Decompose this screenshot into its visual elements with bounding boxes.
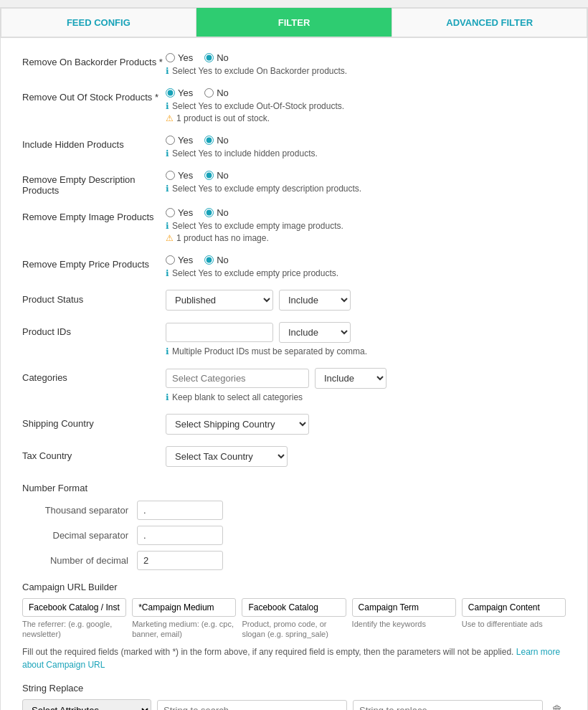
tax-country-label: Tax Country bbox=[22, 446, 166, 461]
product-ids-label: Product IDs bbox=[22, 322, 166, 337]
shipping-country-label: Shipping Country bbox=[22, 414, 166, 429]
remove-backorder-row: Remove On Backorder Products * Yes No ℹ … bbox=[22, 52, 566, 76]
remove-empty-price-no-label[interactable]: No bbox=[204, 255, 229, 265]
include-hidden-no-label[interactable]: No bbox=[204, 135, 229, 146]
campaign-term-hint: Identify the keywords bbox=[352, 619, 456, 629]
remove-empty-desc-label: Remove Empty Description Products bbox=[22, 170, 166, 196]
tab-advanced-filter[interactable]: ADVANCED FILTER bbox=[392, 8, 587, 37]
remove-backorder-control: Yes No ℹ Select Yes to exclude On Backor… bbox=[166, 52, 566, 76]
include-hidden-info: ℹ Select Yes to include hidden products. bbox=[166, 148, 566, 158]
remove-backorder-no-radio[interactable] bbox=[204, 53, 214, 62]
info-icon-8: ℹ bbox=[166, 392, 169, 402]
shipping-country-row: Shipping Country Select Shipping Country bbox=[22, 414, 566, 435]
product-ids-input[interactable] bbox=[166, 323, 273, 342]
product-status-select[interactable]: Published Draft Private bbox=[166, 290, 273, 311]
tab-filter[interactable]: FILTER bbox=[196, 8, 392, 37]
remove-empty-image-control: Yes No ℹ Select Yes to exclude empty ima… bbox=[166, 207, 566, 243]
string-replace-attributes-select[interactable]: Select Attributes bbox=[22, 699, 151, 710]
remove-backorder-yes-radio[interactable] bbox=[166, 53, 175, 62]
product-ids-control: Include Exclude ℹ Multiple Product IDs m… bbox=[166, 322, 566, 356]
remove-out-of-stock-row: Remove Out Of Stock Products * Yes No ℹ … bbox=[22, 87, 566, 123]
info-icon-2: ℹ bbox=[166, 101, 169, 111]
campaign-url-title: Campaign URL Builder bbox=[22, 582, 566, 592]
string-replace-title: String Replace bbox=[22, 683, 566, 694]
remove-out-of-stock-control: Yes No ℹ Select Yes to exclude Out-Of-St… bbox=[166, 87, 566, 123]
categories-info: ℹ Keep blank to select all categories bbox=[166, 392, 566, 402]
categories-filter-row: Include Exclude bbox=[166, 368, 566, 389]
number-format-title: Number Format bbox=[22, 478, 166, 493]
campaign-name-input[interactable] bbox=[242, 598, 346, 617]
info-icon-6: ℹ bbox=[166, 268, 169, 278]
remove-backorder-no-label[interactable]: No bbox=[204, 52, 229, 63]
tax-country-control: Select Tax Country bbox=[166, 446, 566, 467]
remove-out-of-stock-warning: ⚠ 1 product is out of stock. bbox=[166, 113, 566, 123]
string-replace-section: String Replace Select Attributes 🗑 Add N… bbox=[22, 683, 566, 710]
decimal-separator-input[interactable] bbox=[137, 526, 223, 545]
number-of-decimal-input[interactable] bbox=[137, 551, 223, 570]
remove-empty-price-radio-group: Yes No bbox=[166, 255, 566, 265]
string-to-replace-input[interactable] bbox=[353, 700, 543, 710]
thousand-separator-row: Thousand separator bbox=[22, 501, 566, 520]
remove-empty-image-label: Remove Empty Image Products bbox=[22, 207, 166, 222]
include-hidden-label: Include Hidden Products bbox=[22, 135, 166, 150]
info-icon: ℹ bbox=[166, 66, 169, 76]
remove-empty-image-yes-radio[interactable] bbox=[166, 208, 175, 217]
campaign-source-input[interactable] bbox=[22, 598, 126, 617]
campaign-content-input[interactable] bbox=[462, 598, 566, 617]
remove-empty-desc-radio-group: Yes No bbox=[166, 170, 566, 181]
thousand-separator-label: Thousand separator bbox=[22, 505, 137, 516]
include-hidden-yes-radio[interactable] bbox=[166, 136, 175, 145]
tab-feed-config[interactable]: FEED CONFIG bbox=[1, 8, 196, 37]
remove-empty-desc-control: Yes No ℹ Select Yes to exclude empty des… bbox=[166, 170, 566, 194]
shipping-country-control: Select Shipping Country bbox=[166, 414, 566, 435]
campaign-content-hint: Use to differentiate ads bbox=[462, 619, 566, 629]
remove-empty-price-no-radio[interactable] bbox=[204, 255, 214, 265]
include-hidden-no-radio[interactable] bbox=[204, 136, 214, 145]
product-ids-info: ℹ Multiple Product IDs must be separated… bbox=[166, 346, 566, 356]
remove-backorder-radio-group: Yes No bbox=[166, 52, 566, 63]
tax-country-select[interactable]: Select Tax Country bbox=[166, 446, 288, 467]
campaign-name-field: Product, promo code, or slogan (e.g. spr… bbox=[242, 598, 346, 640]
warning-icon-2: ⚠ bbox=[166, 233, 174, 243]
remove-empty-image-no-label[interactable]: No bbox=[204, 207, 229, 218]
main-content: Remove On Backorder Products * Yes No ℹ … bbox=[1, 38, 587, 710]
remove-empty-desc-yes-radio[interactable] bbox=[166, 171, 175, 180]
product-status-include-select[interactable]: Include Exclude bbox=[279, 290, 351, 311]
remove-backorder-info: ℹ Select Yes to exclude On Backorder pro… bbox=[166, 66, 566, 76]
remove-empty-price-control: Yes No ℹ Select Yes to exclude empty pri… bbox=[166, 255, 566, 278]
remove-empty-desc-no-radio[interactable] bbox=[204, 171, 214, 180]
delete-row-icon[interactable]: 🗑 bbox=[549, 701, 566, 710]
remove-out-of-stock-yes-label[interactable]: Yes bbox=[166, 87, 193, 98]
remove-empty-price-yes-label[interactable]: Yes bbox=[166, 255, 193, 265]
include-hidden-row: Include Hidden Products Yes No ℹ Select … bbox=[22, 135, 566, 158]
categories-input[interactable] bbox=[166, 369, 309, 388]
campaign-url-info: Fill out the required fields (marked wit… bbox=[22, 645, 566, 671]
remove-out-of-stock-no-radio[interactable] bbox=[204, 88, 214, 98]
remove-empty-image-yes-label[interactable]: Yes bbox=[166, 207, 193, 218]
remove-empty-price-yes-radio[interactable] bbox=[166, 255, 175, 265]
info-icon-3: ℹ bbox=[166, 148, 169, 158]
categories-row: Categories Include Exclude ℹ Keep blank … bbox=[22, 368, 566, 402]
number-of-decimal-row: Number of decimal bbox=[22, 551, 566, 570]
thousand-separator-input[interactable] bbox=[137, 501, 223, 520]
remove-out-of-stock-yes-radio[interactable] bbox=[166, 88, 175, 98]
remove-empty-desc-yes-label[interactable]: Yes bbox=[166, 170, 193, 181]
remove-backorder-yes-label[interactable]: Yes bbox=[166, 52, 193, 63]
campaign-medium-input[interactable] bbox=[132, 598, 236, 617]
remove-out-of-stock-no-label[interactable]: No bbox=[204, 87, 229, 98]
remove-empty-desc-no-label[interactable]: No bbox=[204, 170, 229, 181]
product-status-label: Product Status bbox=[22, 290, 166, 305]
include-hidden-yes-label[interactable]: Yes bbox=[166, 135, 193, 146]
campaign-term-input[interactable] bbox=[352, 598, 456, 617]
product-ids-filter-row: Include Exclude bbox=[166, 322, 566, 343]
remove-backorder-label: Remove On Backorder Products * bbox=[22, 52, 166, 67]
product-status-row: Product Status Published Draft Private I… bbox=[22, 290, 566, 311]
product-ids-include-select[interactable]: Include Exclude bbox=[279, 322, 351, 343]
include-hidden-control: Yes No ℹ Select Yes to include hidden pr… bbox=[166, 135, 566, 158]
categories-include-select[interactable]: Include Exclude bbox=[315, 368, 387, 389]
remove-empty-image-no-radio[interactable] bbox=[204, 208, 214, 217]
product-status-control: Published Draft Private Include Exclude bbox=[166, 290, 566, 311]
remove-out-of-stock-info: ℹ Select Yes to exclude Out-Of-Stock pro… bbox=[166, 101, 566, 111]
string-to-search-input[interactable] bbox=[157, 700, 347, 710]
shipping-country-select[interactable]: Select Shipping Country bbox=[166, 414, 309, 435]
